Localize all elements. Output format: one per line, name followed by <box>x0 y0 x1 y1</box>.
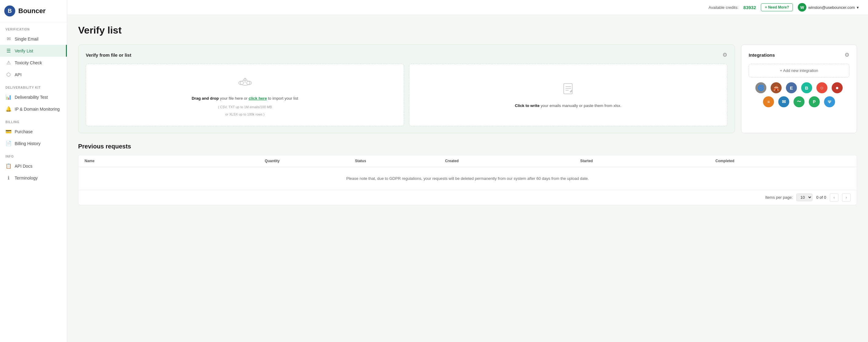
header: Available credits: 83932 + Need More? W … <box>67 0 868 15</box>
table-header: Name Quantity Status Created Started Com… <box>79 155 857 167</box>
upload-cloud-icon <box>238 74 253 92</box>
integration-icon-6[interactable]: ● <box>832 82 843 93</box>
api-docs-icon: 📋 <box>5 163 11 169</box>
integrations-panel: Integrations ⚙ + Add new integration 🌀 🎪… <box>741 44 857 133</box>
terminology-icon: ℹ <box>5 175 11 181</box>
user-avatar: W <box>798 3 806 11</box>
click-to-write-label: Click to write <box>515 103 539 108</box>
sidebar-item-verify-list[interactable]: ☰Verify List <box>0 45 67 57</box>
sidebar-item-label-single-email: Single Email <box>14 37 38 41</box>
toxicity-check-icon: ⚠ <box>5 60 11 66</box>
sidebar-section-billing: BILLING <box>0 115 67 126</box>
sidebar-item-billing-history[interactable]: 📄Billing History <box>0 137 67 149</box>
main-area: Available credits: 83932 + Need More? W … <box>67 0 868 342</box>
items-per-page-label: Items per page: <box>765 195 793 200</box>
sidebar-item-purchase[interactable]: 💳Purchase <box>0 126 67 137</box>
gdpr-notice: Please note that, due to GDPR regulation… <box>79 167 857 190</box>
col-completed: Completed <box>715 159 850 163</box>
col-name: Name <box>85 159 265 163</box>
sidebar-item-api[interactable]: ⬡API <box>0 69 67 80</box>
user-email: winston@usebouncer.com <box>808 5 855 10</box>
sidebar-item-label-terminology: Terminology <box>14 176 37 180</box>
page-title: Verify list <box>78 25 857 36</box>
integration-icons-row-2: ≡ ✉ 〜 P Ψ <box>749 96 849 107</box>
integration-icon-7[interactable]: ≡ <box>763 96 774 107</box>
integration-icon-1[interactable]: 🌀 <box>755 82 766 93</box>
upload-text-middle: your file here or <box>219 96 249 101</box>
integration-icon-4[interactable]: B <box>801 82 812 93</box>
sidebar-item-terminology[interactable]: ℹTerminology <box>0 172 67 184</box>
sidebar-item-label-api: API <box>14 72 22 77</box>
sidebar-item-toxicity-check[interactable]: ⚠Toxicity Check <box>0 57 67 69</box>
integration-icon-11[interactable]: Ψ <box>824 96 835 107</box>
need-more-button[interactable]: + Need More? <box>761 3 793 11</box>
drag-drop-label: Drag and drop <box>192 96 219 101</box>
write-text-end: your emails manually or paste them from … <box>539 103 621 108</box>
sidebar-section-info: INFO <box>0 149 67 160</box>
upload-subtext-2: or XLSX up to 100k rows ) <box>225 112 264 116</box>
integration-icon-8[interactable]: ✉ <box>778 96 789 107</box>
verify-settings-button[interactable]: ⚙ <box>722 52 727 58</box>
integration-icon-3[interactable]: E <box>786 82 797 93</box>
api-icon: ⬡ <box>5 72 11 77</box>
user-menu[interactable]: W winston@usebouncer.com ▾ <box>798 3 859 11</box>
items-per-page-select[interactable]: 10 25 50 <box>796 194 812 201</box>
sidebar-item-single-email[interactable]: ✉Single Email <box>0 33 67 45</box>
content-area: Verify list Verify from file or list ⚙ <box>67 15 868 342</box>
integrations-title: Integrations <box>749 53 775 58</box>
file-upload-box[interactable]: Drag and drop your file here or click he… <box>86 64 404 126</box>
billing-history-icon: 📄 <box>5 140 11 146</box>
previous-requests-table: Name Quantity Status Created Started Com… <box>78 155 857 205</box>
verify-panel: Verify from file or list ⚙ <box>78 44 735 133</box>
upload-options: Drag and drop your file here or click he… <box>86 64 727 126</box>
integration-icon-10[interactable]: P <box>809 96 820 107</box>
purchase-icon: 💳 <box>5 129 11 134</box>
table-footer: Items per page: 10 25 50 0 of 0 ‹ › <box>79 190 857 205</box>
sidebar-item-label-toxicity-check: Toxicity Check <box>14 60 42 65</box>
sidebar-item-api-docs[interactable]: 📋API Docs <box>0 160 67 172</box>
pagination-prev-button[interactable]: ‹ <box>830 193 838 202</box>
pagination-next-button[interactable]: › <box>842 193 850 202</box>
svg-text:B: B <box>8 8 12 14</box>
upload-text-end: to import your list <box>267 96 298 101</box>
logo-area[interactable]: B Bouncer <box>0 0 67 22</box>
verify-panel-header: Verify from file or list ⚙ <box>86 52 727 58</box>
sidebar-item-label-api-docs: API Docs <box>14 164 32 169</box>
sidebar-item-label-purchase: Purchase <box>14 129 33 134</box>
sidebar-item-label-deliverability-test: Deliverability Test <box>14 95 48 100</box>
single-email-icon: ✉ <box>5 36 11 42</box>
pagination-info: 0 of 0 <box>816 195 826 200</box>
integration-icon-5[interactable]: ○ <box>816 82 828 93</box>
col-status: Status <box>355 159 445 163</box>
sidebar-item-label-verify-list: Verify List <box>14 48 33 53</box>
logo-text: Bouncer <box>18 7 45 15</box>
sidebar-section-deliverability-kit: DELIVERABILITY KIT <box>0 80 67 91</box>
integration-icon-9[interactable]: 〜 <box>794 96 805 107</box>
sidebar-item-deliverability-test[interactable]: 📊Deliverability Test <box>0 91 67 103</box>
add-integration-label: + Add new integration <box>780 68 818 73</box>
col-quantity: Quantity <box>265 159 355 163</box>
write-icon <box>561 81 576 99</box>
write-box[interactable]: Click to write your emails manually or p… <box>409 64 727 126</box>
integrations-panel-header: Integrations ⚙ <box>749 52 849 58</box>
user-dropdown-icon: ▾ <box>857 5 859 10</box>
sidebar-item-ip-domain-monitoring[interactable]: 🔔IP & Domain Monitoring <box>0 103 67 115</box>
integration-icon-2[interactable]: 🎪 <box>771 82 782 93</box>
col-created: Created <box>445 159 580 163</box>
sidebar: B Bouncer VERIFICATION✉Single Email☰Veri… <box>0 0 67 342</box>
integrations-settings-button[interactable]: ⚙ <box>844 52 849 58</box>
integration-icons-row-1: 🌀 🎪 E B ○ ● <box>749 82 849 93</box>
col-started: Started <box>580 159 715 163</box>
add-integration-box[interactable]: + Add new integration <box>749 64 849 77</box>
click-here-link[interactable]: click here <box>248 96 267 101</box>
write-text: Click to write your emails manually or p… <box>515 103 621 109</box>
bouncer-logo-icon: B <box>4 5 15 16</box>
top-row: Verify from file or list ⚙ <box>78 44 857 133</box>
previous-requests-title: Previous requests <box>78 143 857 150</box>
credits-label: Available credits: <box>709 5 739 10</box>
upload-subtext-1: ( CSV, TXT up to 1M emails/100 MB <box>218 105 272 109</box>
upload-text: Drag and drop your file here or click he… <box>192 95 298 102</box>
sidebar-section-verification: VERIFICATION <box>0 22 67 33</box>
sidebar-item-label-billing-history: Billing History <box>14 141 40 146</box>
ip-domain-monitoring-icon: 🔔 <box>5 106 11 112</box>
